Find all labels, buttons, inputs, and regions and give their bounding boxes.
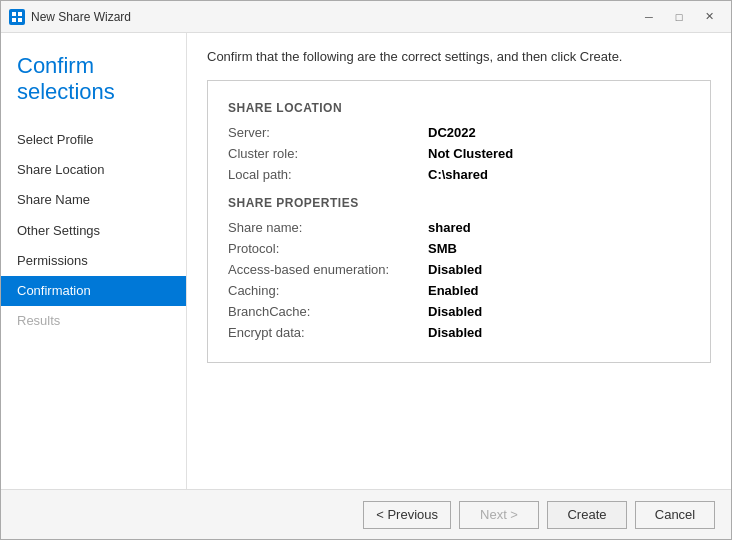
share-properties-header: SHARE PROPERTIES [228, 196, 690, 210]
instruction-text: Confirm that the following are the corre… [207, 49, 711, 64]
sidebar-item-other-settings[interactable]: Other Settings [1, 216, 186, 246]
close-button[interactable]: ✕ [695, 6, 723, 28]
next-button[interactable]: Next > [459, 501, 539, 529]
sidebar-item-confirmation[interactable]: Confirmation [1, 276, 186, 306]
share-location-header: SHARE LOCATION [228, 101, 690, 115]
window-title: New Share Wizard [31, 10, 635, 24]
svg-rect-0 [12, 12, 16, 16]
sidebar-item-results: Results [1, 306, 186, 336]
sidebar: Select Profile Share Location Share Name… [1, 125, 186, 336]
detail-row-caching: Caching: Enabled [228, 283, 690, 298]
page-title: Confirm selections [17, 53, 170, 105]
window: New Share Wizard ─ □ ✕ Confirm selection… [0, 0, 732, 540]
detail-row-abe: Access-based enumeration: Disabled [228, 262, 690, 277]
title-bar: New Share Wizard ─ □ ✕ [1, 1, 731, 33]
sidebar-item-share-location[interactable]: Share Location [1, 155, 186, 185]
minimize-button[interactable]: ─ [635, 6, 663, 28]
sidebar-item-share-name[interactable]: Share Name [1, 185, 186, 215]
previous-button[interactable]: < Previous [363, 501, 451, 529]
sidebar-item-select-profile[interactable]: Select Profile [1, 125, 186, 155]
right-panel: Confirm that the following are the corre… [186, 33, 731, 489]
detail-row-sharename: Share name: shared [228, 220, 690, 235]
window-controls: ─ □ ✕ [635, 6, 723, 28]
restore-button[interactable]: □ [665, 6, 693, 28]
details-box: SHARE LOCATION Server: DC2022 Cluster ro… [207, 80, 711, 363]
content: Confirm selections Select Profile Share … [1, 33, 731, 539]
detail-row-branchcache: BranchCache: Disabled [228, 304, 690, 319]
page-title-area: Confirm selections [1, 33, 186, 125]
main-area: Confirm selections Select Profile Share … [1, 33, 731, 489]
detail-row-encrypt: Encrypt data: Disabled [228, 325, 690, 340]
create-button[interactable]: Create [547, 501, 627, 529]
svg-rect-3 [18, 18, 22, 22]
sidebar-item-permissions[interactable]: Permissions [1, 246, 186, 276]
left-side: Confirm selections Select Profile Share … [1, 33, 186, 489]
detail-row-server: Server: DC2022 [228, 125, 690, 140]
footer: < Previous Next > Create Cancel [1, 489, 731, 539]
detail-row-protocol: Protocol: SMB [228, 241, 690, 256]
svg-rect-1 [18, 12, 22, 16]
detail-row-cluster: Cluster role: Not Clustered [228, 146, 690, 161]
app-icon [9, 9, 25, 25]
svg-rect-2 [12, 18, 16, 22]
detail-row-localpath: Local path: C:\shared [228, 167, 690, 182]
cancel-button[interactable]: Cancel [635, 501, 715, 529]
